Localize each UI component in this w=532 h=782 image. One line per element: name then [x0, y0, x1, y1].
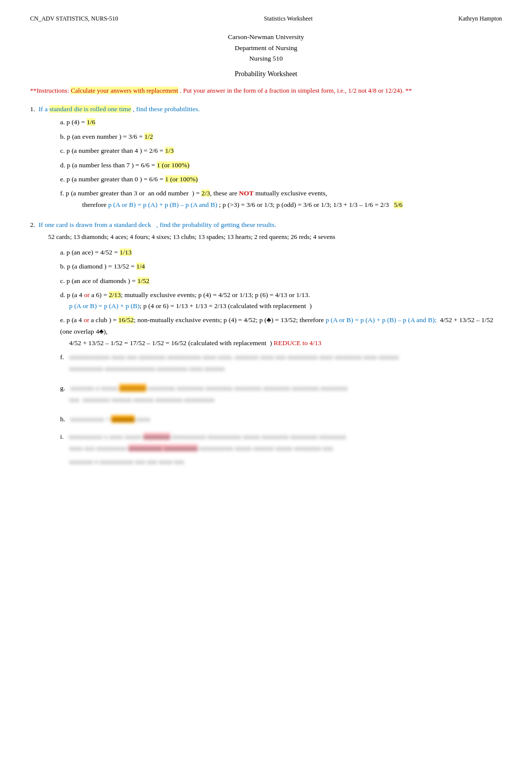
q2d-text1: p (a 4 [67, 291, 84, 299]
q1c-letter: c. [60, 147, 65, 154]
university-block: Carson-Newman University Department of N… [30, 32, 502, 64]
question-1-label: 1. If a standard die is rolled one time … [30, 105, 502, 113]
q2b-letter: b. [60, 263, 65, 270]
q1b-letter: b. [60, 133, 65, 140]
q1f-answer: 2/3 [201, 189, 210, 197]
question-2-label: 2. If one card is drawn from a standard … [30, 221, 502, 229]
q2-blurred-i: i. xxxxxxxxxx x xxxx xxxxx xxxxxxxx xxxx… [60, 431, 502, 470]
header-center: Statistics Worksheet [264, 15, 313, 23]
q2-blurred-g: g. xxxxxxx x xxxxx xxxxxxxx xxxxxxxx xxx… [60, 383, 502, 408]
document-header: CN_ADV STATISTICS, NURS-510 Statistics W… [30, 15, 502, 23]
department-name: Department of Nursing [30, 43, 502, 54]
q2-blurred-h: h. xxxxxxxxxx = xxxxxxx xxxx [60, 414, 502, 425]
q2d-continuation: p (A or B) = p (A) + p (B); p (4 or 6) =… [69, 301, 312, 312]
q1d-text: p (a number less than 7 ) = 6/6 = [67, 161, 157, 169]
q2-blurred-f: f. xxxxxxxxxxxx xxxx xxx xxxxxxxx xxxxxx… [60, 352, 502, 377]
q1a-answer: 1/6 [87, 118, 95, 126]
instructions-suffix: . Put your answer in the form of a fract… [178, 87, 412, 94]
q2h-blurred-text: xxxxxxxxxx = xxxxxxx xxxx [70, 415, 150, 423]
q2g-letter: g. [60, 384, 69, 392]
q1f-text3: mutually exclusive events, [253, 189, 327, 197]
q1-answer-e: e. p (a number greater than 0 ) = 6/6 = … [60, 173, 502, 185]
q1-number: 1. [30, 105, 39, 113]
q1f-continuation: therefore p (A or B) = p (A) + p (B) – p… [60, 199, 403, 211]
q2d-text3: ; mutually exclusive events; p (4) = 4/5… [121, 291, 310, 299]
q2-answer-e: e. p (a 4 or a club ) = 16/52; non-mutua… [60, 315, 502, 349]
q2-answers-list: a. p (an ace) = 4/52 = 1/13 b. p (a diam… [60, 246, 502, 350]
q2-answer-b: b. p (a diamond ) = 13/52 = 1/4 [60, 260, 502, 273]
q2e-or: or [84, 316, 89, 324]
q2b-answer: 1/4 [136, 263, 145, 270]
q1-answer-f: f. p (a number greater than 3 or an odd … [60, 188, 502, 211]
q2i-blurred-text1: xxxxxxxxxx x xxxx xxxxx xxxxxxxx xxxxxxx… [69, 433, 346, 440]
q2i-blurred-text2: xxxx xxx xxxxxxxxx xxxxxxxxxx xxxxxxxxxx… [69, 443, 333, 454]
deck-info: 52 cards; 13 diamonds; 4 aces; 4 fours; … [48, 232, 502, 242]
q2-answer-a: a. p (an ace) = 4/52 = 1/13 [60, 246, 502, 258]
q1a-letter: a. [60, 118, 65, 126]
q1-answer-c: c. p (a number greater than 4 ) = 2/6 = … [60, 145, 502, 157]
q1-answer-b: b. p (an even number ) = 3/6 = 1/2 [60, 131, 502, 143]
q2b-text: p (a diamond ) = 13/52 = [67, 263, 137, 270]
header-right: Kathryn Hampton [458, 15, 502, 23]
q1f-letter: f. [60, 189, 64, 197]
q1b-answer: 1/2 [144, 133, 153, 140]
q2e-text1: p (a 4 [67, 316, 84, 324]
q2-answer-d: d. p (a 4 or a 6) = 2/13; mutually exclu… [60, 290, 502, 313]
university-name: Carson-Newman University [30, 32, 502, 43]
q2d-answer: 2/13 [109, 291, 121, 299]
q2h-letter: h. [60, 415, 69, 423]
q2f-blurred-text2: xxxxxxxxxx xxxxxxxxxxxxxxx xxxxxxxxx xxx… [69, 363, 225, 375]
q1d-answer: 1 (or 100%) [157, 161, 189, 169]
q2e-answer: 16/52 [118, 316, 134, 324]
q2a-answer: 1/13 [120, 248, 132, 256]
q1a-text: p (4) = [67, 118, 87, 126]
q2a-letter: a. [60, 248, 65, 256]
instructions-block: **Instructions: Calculate your answers w… [30, 85, 502, 96]
q2g-blurred-text2: xxx xxxxxxxx xxxxxx xxxxxx xxxxxxxx xxxx… [69, 394, 214, 406]
q2e-text2: a club ) = [89, 316, 118, 324]
q2c-text: p (an ace of diamonds ) = [67, 277, 137, 285]
q1-answer-d: d. p (a number less than 7 ) = 6/6 = 1 (… [60, 159, 502, 171]
q1d-letter: d. [60, 161, 65, 169]
q1b-text: p (an even number ) = 3/6 = [67, 133, 145, 140]
course-name: Nursing 510 [30, 53, 502, 64]
q2-number: 2. [30, 221, 39, 228]
q2f-blurred-text1: xxxxxxxxxxxx xxxx xxx xxxxxxxx xxxxxxxxx… [69, 353, 399, 361]
q1f-text1: p (a number greater than 3 or an odd num… [66, 189, 201, 197]
q2-answer-c: c. p (an ace of diamonds ) = 1/52 [60, 275, 502, 287]
q2e-letter: e. [60, 316, 65, 324]
q1-highlighted-text: standard die is rolled one time [50, 105, 131, 113]
q1f-text2: , these are [210, 189, 239, 197]
q1e-letter: e. [60, 175, 65, 183]
q2e-continuation: 4/52 + 13/52 – 1/52 = 17/52 – 1/52 = 16/… [69, 338, 322, 349]
blurred-section: f. xxxxxxxxxxxx xxxx xxx xxxxxxxx xxxxxx… [60, 352, 502, 470]
q2a-text: p (an ace) = 4/52 = [67, 248, 120, 256]
q2i-blurred-text3: xxxxxxx x xxxxxxxxxx xxx xxx xxxx xxx [69, 456, 184, 468]
q2-label-text: If one card is drawn from a standard dec… [39, 221, 277, 228]
document-title: Probability Worksheet [30, 70, 502, 78]
header-left: CN_ADV STATISTICS, NURS-510 [30, 15, 118, 23]
q2f-letter: f. [60, 353, 68, 361]
q2e-reduce: REDUCE to 4/13 [274, 339, 321, 347]
question-2: 2. If one card is drawn from a standard … [30, 221, 502, 470]
q2i-letter: i. [60, 433, 67, 440]
q2d-letter: d. [60, 291, 65, 299]
q1e-text: p (a number greater than 0 ) = 6/6 = [67, 175, 165, 183]
q1e-answer: 1 (or 100%) [165, 175, 197, 183]
q1-answer-a: a. p (4) = 1/6 [60, 116, 502, 128]
q2d-or: or [84, 291, 90, 299]
instructions-prefix: **Instructions: [30, 87, 71, 94]
q1f-not: NOT [239, 189, 253, 197]
q2d-text2: a 6) = [90, 291, 109, 299]
q2c-letter: c. [60, 277, 65, 285]
q1c-text: p (a number greater than 4 ) = 2/6 = [67, 147, 165, 154]
question-1: 1. If a standard die is rolled one time … [30, 105, 502, 211]
instructions-highlighted: Calculate your answers with replacement [71, 87, 178, 94]
q1-label-text: If a standard die is rolled one time , f… [39, 105, 200, 113]
q2c-answer: 1/52 [137, 277, 149, 285]
q1c-answer: 1/3 [165, 147, 173, 154]
q2g-blurred-text1: xxxxxxx x xxxxx xxxxxxxx xxxxxxxx xxxxxx… [70, 384, 348, 392]
q1-answers-list: a. p (4) = 1/6 b. p (an even number ) = … [60, 116, 502, 211]
